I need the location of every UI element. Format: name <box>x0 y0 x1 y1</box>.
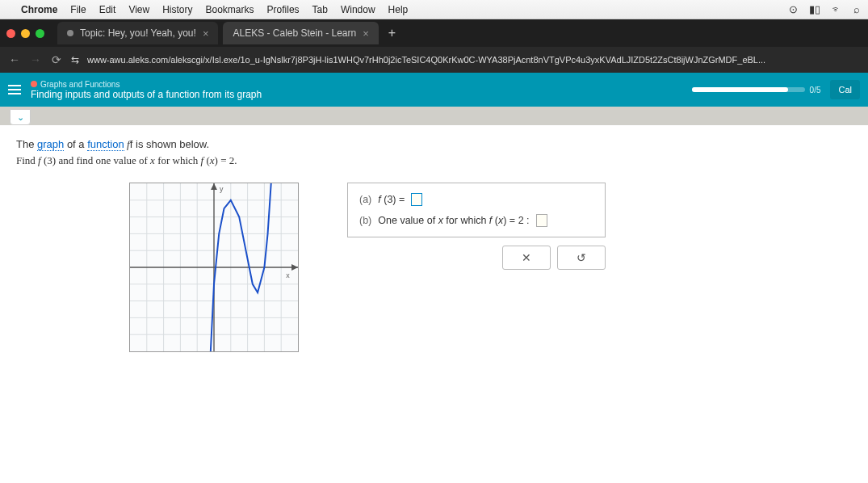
menu-view[interactable]: View <box>128 4 149 15</box>
close-tab-icon[interactable]: × <box>363 27 369 40</box>
tab-title: Topic: Hey, you! Yeah, you! <box>80 27 196 39</box>
calculator-button[interactable]: Cal <box>830 80 860 99</box>
back-button[interactable]: ← <box>8 53 21 66</box>
part-b-expr: One value of x for which f (x) = 2 : <box>378 215 529 226</box>
answer-input-b[interactable] <box>536 214 547 227</box>
reset-icon: ↺ <box>577 251 586 264</box>
problem-line2: Find f (3) and find one value of x for w… <box>16 154 237 166</box>
text: of a <box>64 138 87 150</box>
collapse-toggle[interactable]: ⌄ <box>10 109 31 125</box>
window-controls <box>6 29 44 38</box>
menu-help[interactable]: Help <box>388 4 409 15</box>
aleks-title-block: Graphs and Functions Finding inputs and … <box>31 80 682 100</box>
part-a-expr: f (3) = <box>378 194 405 205</box>
reset-button[interactable]: ↺ <box>557 246 606 270</box>
tab-inactive[interactable]: Topic: Hey, you! Yeah, you! × <box>57 22 218 44</box>
maximize-window-icon[interactable] <box>36 29 44 38</box>
site-info-icon[interactable]: ⇆ <box>71 54 79 65</box>
topic-subtitle: Finding inputs and outputs of a function… <box>31 89 682 100</box>
function-graph: x y <box>130 183 298 351</box>
problem-statement: The graph of a function f f is shown bel… <box>16 136 852 168</box>
menu-bookmarks[interactable]: Bookmarks <box>206 4 254 15</box>
topic-category: Graphs and Functions <box>31 80 682 89</box>
aleks-header: Graphs and Functions Finding inputs and … <box>0 73 868 107</box>
category-label: Graphs and Functions <box>40 80 120 89</box>
progress-wrap: 0/5 <box>692 86 821 94</box>
progress-label: 0/5 <box>810 86 821 94</box>
app-name[interactable]: Chrome <box>21 4 57 15</box>
menu-file[interactable]: File <box>70 4 86 15</box>
tab-active[interactable]: ALEKS - Caleb Stein - Learn × <box>223 22 378 44</box>
chevron-down-icon: ⌄ <box>17 112 24 123</box>
link-function[interactable]: function <box>87 138 124 151</box>
menu-profiles[interactable]: Profiles <box>267 4 300 15</box>
answer-area: (a) f (3) = (b) One value of x for which… <box>347 183 606 270</box>
clear-button[interactable]: ✕ <box>502 246 551 270</box>
new-tab-button[interactable]: + <box>384 26 400 40</box>
search-icon[interactable]: ⌕ <box>853 3 860 15</box>
menubar-right: ⊙ ▮▯ ᯤ ⌕ <box>789 3 860 15</box>
progress-bar <box>692 87 805 92</box>
svg-marker-18 <box>291 264 298 271</box>
battery-icon[interactable]: ▮▯ <box>809 3 820 15</box>
close-window-icon[interactable] <box>6 29 15 38</box>
tab-title: ALEKS - Caleb Stein - Learn <box>233 27 356 39</box>
y-axis-label: y <box>220 185 224 193</box>
answer-input-a[interactable] <box>411 193 422 206</box>
text: The <box>16 138 37 150</box>
answer-row-a: (a) f (3) = <box>359 193 593 206</box>
browser-chrome: Topic: Hey, you! Yeah, you! × ALEKS - Ca… <box>0 19 868 73</box>
work-area: x y (a) f (3) = (b) One value of x for w… <box>129 183 852 352</box>
address-bar-row: ← → ⟳ ⇆ www-awu.aleks.com/alekscgi/x/Isl… <box>0 47 868 73</box>
close-tab-icon[interactable]: × <box>203 27 209 40</box>
record-icon[interactable]: ⊙ <box>789 3 798 15</box>
part-a-label: (a) <box>359 194 371 205</box>
link-graph[interactable]: graph <box>37 138 64 151</box>
menu-history[interactable]: History <box>162 4 192 15</box>
url-text[interactable]: www-awu.aleks.com/alekscgi/x/Isl.exe/1o_… <box>87 55 860 65</box>
problem-content: The graph of a function f f is shown bel… <box>0 125 868 483</box>
text: f is shown below. <box>130 138 209 150</box>
tab-strip: Topic: Hey, you! Yeah, you! × ALEKS - Ca… <box>0 19 868 47</box>
menu-tab[interactable]: Tab <box>312 4 328 15</box>
minimize-window-icon[interactable] <box>21 29 30 38</box>
x-icon: ✕ <box>522 251 531 264</box>
reload-button[interactable]: ⟳ <box>50 53 63 66</box>
hamburger-icon[interactable] <box>8 85 21 94</box>
answer-box: (a) f (3) = (b) One value of x for which… <box>347 183 606 237</box>
part-b-label: (b) <box>359 215 371 226</box>
svg-marker-19 <box>211 183 217 190</box>
forward-button[interactable]: → <box>29 53 42 66</box>
graph-box: x y <box>129 183 299 352</box>
wifi-icon[interactable]: ᯤ <box>832 3 842 15</box>
favicon-icon <box>67 30 73 36</box>
category-dot-icon <box>31 81 37 87</box>
answer-row-b: (b) One value of x for which f (x) = 2 : <box>359 214 593 227</box>
x-axis-label: x <box>286 271 290 279</box>
menu-edit[interactable]: Edit <box>99 4 116 15</box>
action-buttons: ✕ ↺ <box>347 246 606 270</box>
menu-window[interactable]: Window <box>341 4 375 15</box>
mac-menubar: Chrome File Edit View History Bookmarks … <box>0 0 868 19</box>
